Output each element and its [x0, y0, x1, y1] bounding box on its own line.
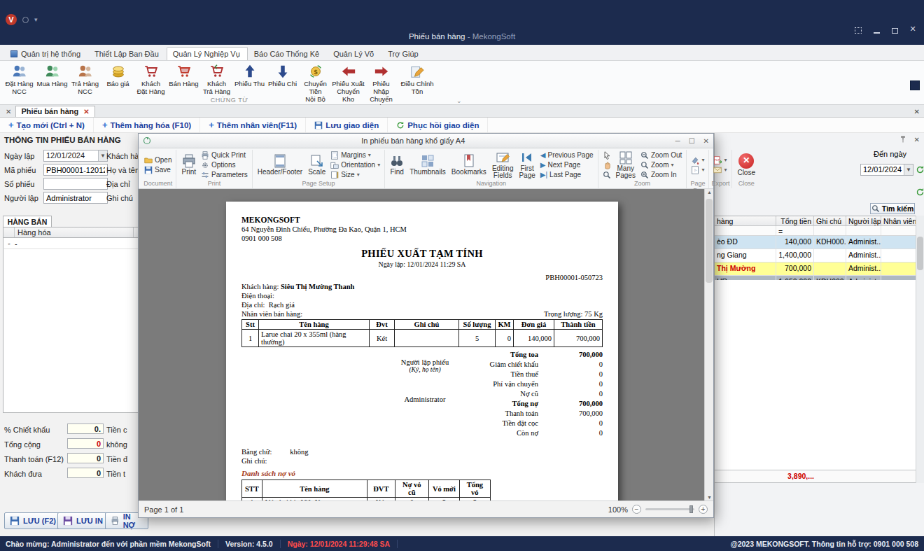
- pin-icon[interactable]: [899, 135, 907, 144]
- many-pages-button[interactable]: Many Pages: [613, 150, 638, 180]
- column-hang-hoa[interactable]: Hàng hóa: [15, 227, 134, 237]
- them-nhan-vien-button[interactable]: +Thêm nhân viên(F11): [200, 118, 306, 132]
- column-tong-tien[interactable]: Tổng tiền: [776, 216, 814, 225]
- tab-tro-giup[interactable]: Trợ Giúp: [382, 47, 426, 60]
- panel-close-icon[interactable]: ✕: [914, 136, 920, 144]
- preview-canvas[interactable]: MEKONGSOFT 64 Nguyễn Đình Chiểu, Phường …: [139, 189, 713, 500]
- luu-button[interactable]: LƯU (F2): [4, 512, 62, 529]
- close-icon[interactable]: ✕: [909, 27, 917, 34]
- scroll-down-icon[interactable]: ▼: [705, 495, 713, 500]
- thumbnails-button[interactable]: Thumbnails: [407, 154, 449, 176]
- grid-header-row[interactable]: hàng Tổng tiền Ghi chú Người lập Nhân vi…: [715, 216, 916, 226]
- zoom-in-icon[interactable]: +: [699, 505, 708, 514]
- column-ghi-chu[interactable]: Ghi chú: [814, 216, 846, 225]
- table-row[interactable]: Thị Mường 700,000 Administ...: [715, 262, 916, 276]
- save-button[interactable]: Save: [142, 165, 174, 175]
- column-khach-hang[interactable]: hàng: [715, 216, 776, 225]
- thanh-toan-input[interactable]: 0: [67, 453, 104, 463]
- bao-gia-button[interactable]: Báo giá: [102, 63, 134, 88]
- dat-hang-ncc-button[interactable]: Đặt Hàng NCC: [3, 63, 36, 96]
- tab-quan-tri-he-thong[interactable]: Quản trị hệ thống: [4, 47, 88, 60]
- ban-hang-button[interactable]: Bán Hàng: [167, 63, 200, 88]
- tab-bao-cao-thong-ke[interactable]: Báo Cáo Thống Kê: [248, 47, 327, 60]
- app-logo-icon[interactable]: V: [6, 14, 17, 25]
- dialog-titlebar[interactable]: In phiếu bán hàng khổ giấy A4 ─ ☐ ✕: [139, 134, 713, 148]
- luu-in-button[interactable]: LƯU IN: [57, 512, 108, 529]
- hand-tool[interactable]: [601, 160, 613, 170]
- scroll-up-icon[interactable]: ▲: [705, 190, 713, 195]
- export-to-button[interactable]: PDF▾: [711, 155, 729, 165]
- zoom-in-button[interactable]: Zoom In: [638, 170, 684, 180]
- close-preview-button[interactable]: ✕ Close: [734, 153, 758, 177]
- zoom-out-button[interactable]: Zoom Out: [638, 150, 684, 160]
- header-footer-button[interactable]: Header/Footer: [255, 154, 305, 176]
- quick-print-button[interactable]: Quick Print: [199, 150, 250, 160]
- them-hang-hoa-button[interactable]: +Thêm hàng hóa (F10): [94, 118, 200, 132]
- table-row[interactable]: ng Giang 1,400,000 Administ...: [715, 249, 916, 262]
- zoom-button[interactable]: Zoom▾: [638, 160, 684, 170]
- fullscreen-icon[interactable]: [854, 27, 862, 34]
- dialog-maximize-icon[interactable]: ☐: [689, 137, 695, 145]
- close-tab-icon[interactable]: ✕: [3, 108, 15, 117]
- panel-toggle-button[interactable]: [910, 80, 920, 90]
- tra-hang-ncc-button[interactable]: Trả Hàng NCC: [69, 63, 102, 96]
- size-button[interactable]: Size▾: [328, 170, 382, 180]
- scrollbar[interactable]: [916, 216, 924, 483]
- mua-hang-button[interactable]: Mua Hàng: [36, 63, 69, 88]
- tab-close-icon[interactable]: ✕: [83, 108, 89, 115]
- maximize-icon[interactable]: [890, 27, 899, 34]
- zoom-slider[interactable]: [645, 508, 694, 510]
- filter-operator[interactable]: =: [776, 226, 814, 235]
- magnifier-tool[interactable]: [601, 170, 613, 180]
- phieu-chi-button[interactable]: Phiếu Chi: [266, 63, 299, 88]
- dialog-close-icon[interactable]: ✕: [704, 137, 709, 145]
- quick-access-dropdown-icon[interactable]: ▾: [34, 16, 38, 23]
- previous-page-button[interactable]: ◀Previous Page: [538, 150, 596, 160]
- find-button[interactable]: Find: [387, 154, 407, 176]
- editing-fields-button[interactable]: Editing Fields: [489, 150, 517, 180]
- email-as-button[interactable]: ▾: [711, 165, 729, 175]
- tim-kiem-button[interactable]: Tìm kiếm: [870, 203, 915, 214]
- column-nhan-vien[interactable]: Nhân viên: [881, 216, 916, 225]
- tong-cong-input[interactable]: 0: [67, 438, 104, 449]
- print-button[interactable]: Print: [178, 154, 199, 176]
- dieu-chinh-ton-button[interactable]: Điều Chỉnh Tồn: [398, 63, 437, 96]
- open-button[interactable]: Open: [142, 155, 174, 165]
- watermark-button[interactable]: A▾: [689, 165, 706, 175]
- refresh-icon[interactable]: [916, 165, 924, 174]
- nguoi-lap-input[interactable]: [43, 192, 108, 204]
- scrollbar-thumb[interactable]: [917, 237, 923, 270]
- scale-button[interactable]: Scale: [305, 154, 328, 176]
- chevron-down-icon[interactable]: ▼: [904, 164, 913, 175]
- quick-access-icon[interactable]: [22, 17, 29, 23]
- ngay-lap-combo[interactable]: 12/01/2024 ▼: [43, 150, 108, 162]
- scrollbar[interactable]: ▲ ▼: [704, 189, 713, 500]
- khach-dua-input[interactable]: 0: [67, 468, 104, 478]
- tab-quan-ly-nghiep-vu[interactable]: Quản Lý Nghiệp Vụ: [167, 47, 248, 60]
- tab-quan-ly-vo[interactable]: Quản Lý Võ: [327, 47, 382, 60]
- khach-tra-hang-button[interactable]: Khách Trả Hàng: [200, 63, 233, 96]
- minimize-icon[interactable]: [872, 27, 881, 34]
- page-color-button[interactable]: ▾: [689, 155, 706, 165]
- pointer-tool[interactable]: [601, 150, 613, 160]
- luu-giao-dien-button[interactable]: Lưu giao diện: [306, 118, 388, 132]
- zoom-slider-thumb[interactable]: [690, 505, 693, 513]
- phieu-thu-button[interactable]: Phiếu Thu: [233, 63, 266, 88]
- next-page-button[interactable]: ▶Next Page: [538, 160, 596, 170]
- so-phieu-input[interactable]: [43, 178, 108, 190]
- grid-filter-row[interactable]: =: [715, 226, 916, 236]
- dialog-minimize-icon[interactable]: ─: [676, 137, 680, 145]
- first-page-button[interactable]: First Page: [516, 150, 538, 180]
- tabbar-close-icon[interactable]: ✕: [914, 108, 920, 115]
- grid-empty-area[interactable]: [715, 280, 916, 470]
- options-button[interactable]: Options: [199, 160, 250, 170]
- parameters-button[interactable]: Parameters: [199, 170, 250, 180]
- last-page-button[interactable]: ▶|Last Page: [538, 170, 596, 180]
- chiet-khau-input[interactable]: 0.: [67, 424, 104, 434]
- tab-hang-ban[interactable]: HÀNG BÁN: [3, 216, 52, 227]
- bookmarks-button[interactable]: Bookmarks: [449, 154, 489, 176]
- scrollbar-thumb[interactable]: [706, 199, 713, 283]
- orientation-button[interactable]: Orientation▾: [328, 160, 382, 170]
- tao-moi-button[interactable]: +Tạo mới (Ctrl + N): [0, 118, 94, 132]
- phuc-hoi-giao-dien-button[interactable]: Phục hồi giao diện: [388, 118, 488, 132]
